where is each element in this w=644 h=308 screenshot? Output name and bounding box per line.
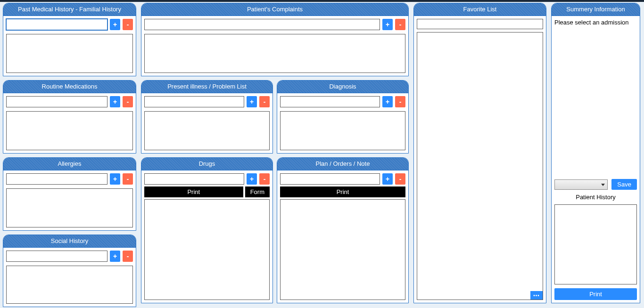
panel-header: Patient's Complaints <box>141 3 408 16</box>
panel-header: Plan / Orders / Note <box>277 158 408 170</box>
panel-header: Present illness / Problem List <box>141 81 272 93</box>
panel-past-medical-history: Past Medical History - Familial History … <box>3 3 136 76</box>
delete-button[interactable]: - <box>123 96 133 107</box>
delete-button[interactable]: - <box>395 173 405 185</box>
delete-button[interactable]: - <box>395 19 405 30</box>
panel-header: Diagnosis <box>277 81 408 93</box>
panel-complaints: Patient's Complaints + - <box>141 3 409 76</box>
allergies-input[interactable] <box>6 173 107 185</box>
column-left: Past Medical History - Familial History … <box>3 3 136 307</box>
favorite-list[interactable]: ••• <box>417 32 543 300</box>
panel-routine-medications: Routine Medications + - <box>3 80 136 154</box>
save-button[interactable]: Save <box>611 179 637 190</box>
panel-social-history: Social History + - <box>3 235 136 307</box>
delete-button[interactable]: - <box>259 173 270 185</box>
favorite-more-button[interactable]: ••• <box>530 291 543 300</box>
panel-header: Drugs <box>141 158 272 170</box>
social-list[interactable] <box>6 266 133 304</box>
panel-header: Favorite List <box>414 3 546 16</box>
plan-input[interactable] <box>280 173 380 185</box>
allergies-list[interactable] <box>6 188 133 227</box>
delete-button[interactable]: - <box>123 251 133 262</box>
add-button[interactable]: + <box>110 173 120 185</box>
panel-present-illness: Present illness / Problem List + - <box>141 80 273 154</box>
present-illness-list[interactable] <box>144 111 270 150</box>
plan-list[interactable] <box>280 199 405 300</box>
pmh-list[interactable] <box>6 34 133 73</box>
add-button[interactable]: + <box>110 251 120 262</box>
routine-input[interactable] <box>6 96 107 107</box>
patient-history-label: Patient History <box>554 194 637 201</box>
delete-button[interactable]: - <box>123 19 133 30</box>
complaints-input[interactable] <box>144 19 380 30</box>
panel-favorite-list: Favorite List ••• <box>413 3 546 303</box>
plan-print-button[interactable]: Print <box>280 186 405 197</box>
add-button[interactable]: + <box>247 173 257 185</box>
panel-header: Routine Medications <box>3 81 136 93</box>
patient-history-box[interactable] <box>554 204 637 284</box>
panel-header: Summery Information <box>552 3 640 16</box>
drugs-form-button[interactable]: Form <box>245 186 270 197</box>
drugs-input[interactable] <box>144 173 244 185</box>
column-summary: Summery Information Please select an adm… <box>551 3 640 307</box>
drugs-list[interactable] <box>144 199 270 300</box>
present-illness-input[interactable] <box>144 96 244 107</box>
panel-summary-information: Summery Information Please select an adm… <box>551 3 640 303</box>
column-favorite: Favorite List ••• <box>413 3 546 307</box>
panel-diagnosis: Diagnosis + - <box>277 80 409 154</box>
summary-message: Please select an admission <box>554 19 637 175</box>
panel-allergies: Allergies + - <box>3 157 136 231</box>
delete-button[interactable]: - <box>395 96 405 107</box>
delete-button[interactable]: - <box>123 173 133 185</box>
pmh-input[interactable] <box>6 19 107 30</box>
admission-select[interactable] <box>554 179 608 190</box>
diagnosis-input[interactable] <box>280 96 380 107</box>
panel-header: Social History <box>3 235 136 248</box>
add-button[interactable]: + <box>110 96 120 107</box>
panel-drugs: Drugs + - Print Form <box>141 157 273 303</box>
add-button[interactable]: + <box>382 96 393 107</box>
add-button[interactable]: + <box>247 96 257 107</box>
diagnosis-list[interactable] <box>280 111 405 150</box>
drugs-print-button[interactable]: Print <box>144 186 243 197</box>
add-button[interactable]: + <box>110 19 120 30</box>
column-middle: Patient's Complaints + - Present illness… <box>141 3 409 307</box>
social-input[interactable] <box>6 251 107 262</box>
panel-header: Allergies <box>3 158 136 170</box>
summary-print-button[interactable]: Print <box>554 288 637 300</box>
add-button[interactable]: + <box>382 19 393 30</box>
favorite-input[interactable] <box>417 19 543 29</box>
add-button[interactable]: + <box>382 173 393 185</box>
delete-button[interactable]: - <box>259 96 270 107</box>
main-layout: Past Medical History - Familial History … <box>0 2 644 308</box>
routine-list[interactable] <box>6 111 133 150</box>
panel-header: Past Medical History - Familial History <box>3 3 136 16</box>
complaints-list[interactable] <box>144 34 405 73</box>
panel-plan-orders: Plan / Orders / Note + - Print <box>277 157 409 303</box>
